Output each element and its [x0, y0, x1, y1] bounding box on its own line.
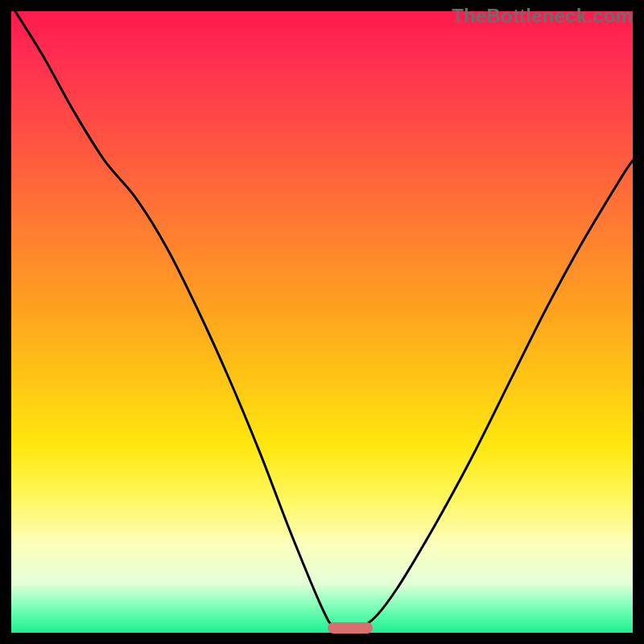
watermark-text: TheBottleneck.com	[452, 5, 633, 27]
bottleneck-curve	[11, 11, 633, 633]
plot-area	[11, 11, 633, 633]
optimal-marker	[328, 622, 373, 634]
